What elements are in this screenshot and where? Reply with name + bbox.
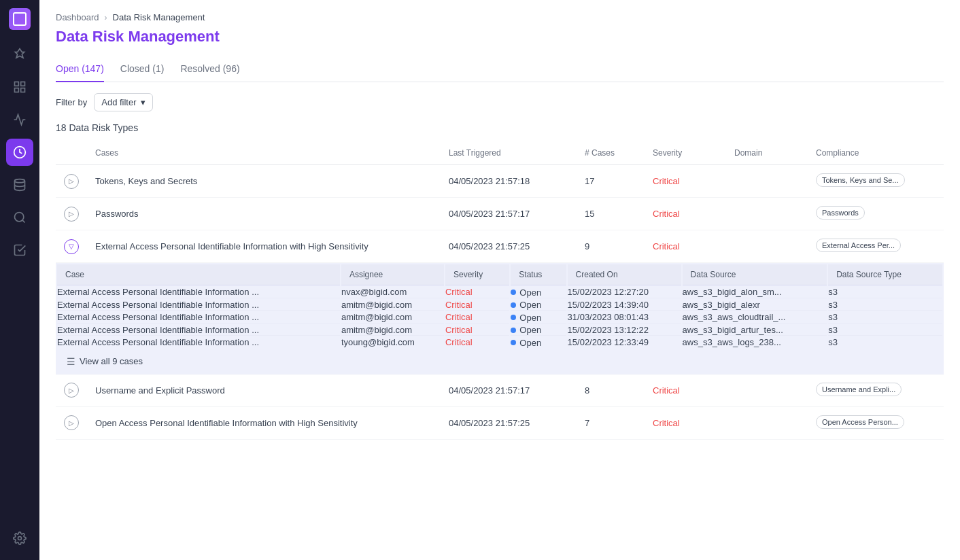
table-row: ▷ Username and Explicit Password 04/05/2… — [56, 374, 944, 407]
tab-resolved[interactable]: Resolved (96) — [180, 56, 239, 82]
row-num-cases: 15 — [577, 198, 645, 230]
col-header-compliance: Compliance — [808, 141, 944, 165]
sub-case-name: External Access Personal Identifiable In… — [57, 325, 340, 336]
sub-type: s3 — [828, 300, 942, 311]
sidebar-item-risk[interactable] — [6, 139, 33, 166]
sub-severity: Critical — [445, 300, 473, 310]
row-domain — [726, 374, 808, 407]
expand-button[interactable]: ▽ — [64, 239, 79, 254]
tab-closed[interactable]: Closed (1) — [120, 56, 165, 82]
sidebar-item-rocket[interactable] — [6, 41, 33, 68]
sub-type: s3 — [828, 287, 942, 298]
sub-type: s3 — [828, 312, 942, 323]
sub-col-datasource: Data Source — [683, 264, 827, 285]
row-num-cases: 9 — [577, 230, 645, 263]
view-all-cases-link[interactable]: ☰ View all 9 cases — [67, 356, 933, 367]
sub-datasource: aws_s3_aws_logs_238... — [683, 337, 827, 348]
svg-point-6 — [15, 213, 24, 222]
sub-datasource: aws_s3_bigid_alexr — [683, 300, 827, 311]
status-badge: Open — [511, 300, 541, 310]
sub-created: 15/02/2023 12:33:49 — [568, 337, 681, 348]
sidebar-item-data[interactable] — [6, 171, 33, 198]
sub-assignee: nvax@bigid.com — [341, 287, 444, 298]
row-last-triggered: 04/05/2023 21:57:17 — [441, 374, 577, 407]
row-domain — [726, 230, 808, 263]
sub-assignee: amitm@bigid.com — [341, 300, 444, 311]
svg-point-5 — [15, 179, 25, 183]
sub-case-name: External Access Personal Identifiable In… — [57, 312, 340, 323]
sub-datasource: aws_s3_aws_cloudtrail_... — [683, 312, 827, 323]
filter-bar: Filter by Add filter ▾ — [56, 93, 944, 111]
sidebar-item-dashboard[interactable] — [6, 73, 33, 101]
col-header-cases: Cases — [87, 141, 441, 165]
main-content: Dashboard › Data Risk Management Data Ri… — [39, 0, 960, 560]
sub-type: s3 — [828, 337, 942, 348]
expand-button[interactable]: ▷ — [64, 174, 79, 189]
status-badge: Open — [511, 287, 541, 298]
svg-rect-0 — [15, 82, 19, 86]
breadcrumb-dashboard[interactable]: Dashboard — [56, 12, 99, 22]
expand-button[interactable]: ▷ — [64, 415, 79, 430]
col-header-numcases: # Cases — [577, 141, 645, 165]
row-last-triggered: 04/05/2023 21:57:17 — [441, 198, 577, 230]
chevron-down-icon: ▾ — [141, 97, 145, 107]
row-num-cases: 17 — [577, 165, 645, 198]
svg-rect-2 — [15, 88, 19, 92]
list-item: External Access Personal Identifiable In… — [57, 287, 942, 298]
sub-created: 15/02/2023 12:27:20 — [568, 287, 681, 298]
list-item: External Access Personal Identifiable In… — [57, 312, 942, 323]
sub-col-type: Data Source Type — [828, 264, 942, 285]
tab-bar: Open (147) Closed (1) Resolved (96) — [56, 56, 944, 82]
sub-table: Case Assignee Severity Status Created On… — [56, 263, 944, 349]
expand-button[interactable]: ▷ — [64, 383, 79, 398]
breadcrumb-arrow: › — [105, 13, 107, 22]
sub-created: 15/02/2023 13:12:22 — [568, 325, 681, 336]
row-case-name: Tokens, Keys and Secrets — [87, 165, 441, 198]
sub-case-name: External Access Personal Identifiable In… — [57, 287, 340, 298]
sub-created: 15/02/2023 14:39:40 — [568, 300, 681, 311]
status-dot-open — [511, 315, 516, 320]
status-badge: Open — [511, 338, 541, 348]
compliance-tag: Passwords — [816, 206, 865, 220]
severity-badge: Critical — [653, 209, 680, 219]
list-item: External Access Personal Identifiable In… — [57, 325, 942, 336]
severity-badge: Critical — [653, 241, 680, 251]
expand-button[interactable]: ▷ — [64, 207, 79, 222]
add-filter-button[interactable]: Add filter ▾ — [94, 93, 152, 111]
row-domain — [726, 198, 808, 230]
status-badge: Open — [511, 325, 541, 335]
sub-datasource: aws_s3_bigid_artur_tes... — [683, 325, 827, 336]
compliance-tag: Open Access Person... — [816, 415, 904, 429]
breadcrumb: Dashboard › Data Risk Management — [56, 12, 944, 22]
svg-line-7 — [22, 220, 25, 223]
table-row: ▷ Open Access Personal Identifiable Info… — [56, 406, 944, 439]
row-case-name: Open Access Personal Identifiable Inform… — [87, 406, 441, 439]
row-domain — [726, 165, 808, 198]
row-case-name: Username and Explicit Password — [87, 374, 441, 407]
content-area: Filter by Add filter ▾ 18 Data Risk Type… — [39, 82, 960, 560]
app-logo — [9, 8, 31, 30]
svg-rect-1 — [21, 82, 25, 86]
sub-type: s3 — [828, 325, 942, 336]
svg-point-8 — [18, 537, 22, 540]
sidebar-item-settings[interactable] — [6, 525, 33, 552]
sub-col-assignee: Assignee — [341, 264, 444, 285]
tab-open[interactable]: Open (147) — [56, 56, 104, 82]
list-icon: ☰ — [67, 356, 75, 367]
sidebar-item-analytics[interactable] — [6, 106, 33, 133]
sub-col-severity: Severity — [445, 264, 509, 285]
add-filter-label: Add filter — [101, 97, 136, 107]
sidebar — [0, 0, 39, 560]
status-dot-open — [511, 340, 516, 345]
compliance-tag: External Access Per... — [816, 239, 901, 252]
sidebar-item-tasks[interactable] — [6, 237, 33, 264]
sub-created: 31/03/2023 08:01:43 — [568, 312, 681, 323]
list-item: External Access Personal Identifiable In… — [57, 337, 942, 348]
table-row: ▽ External Access Personal Identifiable … — [56, 230, 944, 263]
row-domain — [726, 406, 808, 439]
col-header-severity: Severity — [645, 141, 726, 165]
sidebar-item-discovery[interactable] — [6, 204, 33, 231]
severity-badge: Critical — [653, 418, 680, 428]
status-dot-open — [511, 328, 516, 333]
row-last-triggered: 04/05/2023 21:57:25 — [441, 230, 577, 263]
